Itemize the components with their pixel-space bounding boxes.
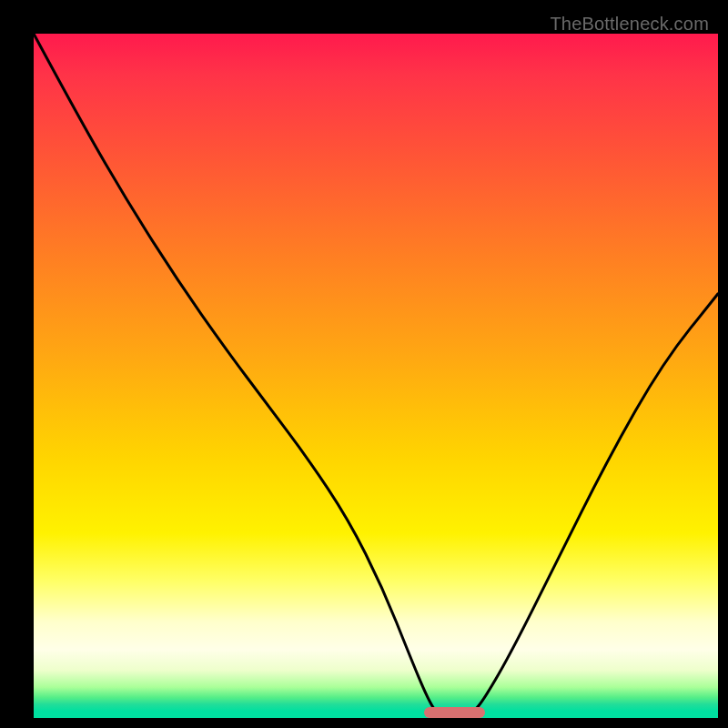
chart-frame: TheBottleneck.com [12, 12, 716, 716]
watermark-text: TheBottleneck.com [550, 14, 709, 35]
plot-area [34, 34, 718, 718]
bottleneck-curve [34, 34, 718, 718]
optimal-range-marker [424, 707, 486, 718]
